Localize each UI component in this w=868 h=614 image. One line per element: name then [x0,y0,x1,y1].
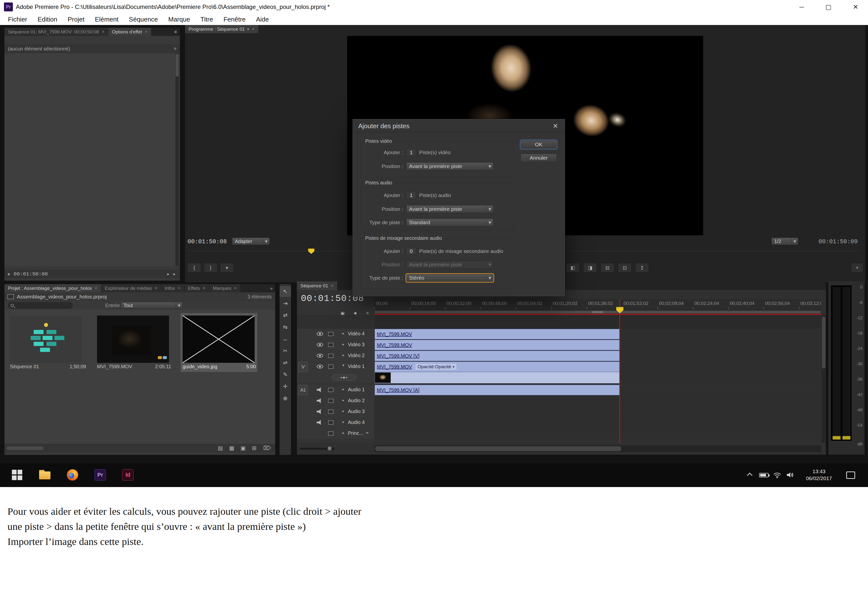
volume-icon[interactable] [786,471,794,478]
menu-edition[interactable]: Edition [37,16,57,23]
track-header-video3[interactable]: ▸ Vidéo 3 [297,340,374,350]
work-area-grip[interactable] [592,311,603,313]
cancel-button[interactable]: Annuler [521,154,557,162]
zoom-tool-icon[interactable]: ⊕ [280,393,291,404]
export-icon[interactable]: ↥ [636,263,649,273]
source-patch-video-badge[interactable]: V [298,361,308,372]
battery-icon[interactable] [759,473,769,478]
rolling-edit-tool-icon[interactable]: ⇆ [280,322,291,333]
dialog-close-icon[interactable]: ✕ [553,122,558,130]
automate-to-sequence-icon[interactable]: ▣ [240,445,246,451]
scrollbar-thumb[interactable] [375,446,621,451]
close-tab-icon[interactable]: ✕ [144,29,148,34]
timeline-ruler[interactable]: 00;00 00;00;16;00 00;00;32;00 00;00;48;0… [374,299,821,310]
fit-mode-dropdown[interactable]: Adapter ▾ [232,237,270,245]
panel-menu-icon[interactable]: ≡ [174,29,177,35]
tab-program-monitor[interactable]: Programme : Séquence 01 ▾ ✕ [185,25,259,33]
action-center-icon[interactable] [846,471,855,479]
audio-position-dropdown[interactable]: Avant la première piste ▾ [406,205,493,213]
video-position-dropdown[interactable]: Avant la première piste ▾ [406,162,493,170]
close-tab-icon[interactable]: ✕ [177,286,181,290]
project-item-label[interactable]: Séquence 01 1;50;09 [10,364,86,369]
scrollbar-thumb[interactable] [176,54,179,77]
track-header-video2[interactable]: ▸ Vidéo 2 [297,351,374,361]
clip-effect-dropdown[interactable]: Opacité:Opacité ▾ [415,364,456,370]
close-tab-icon[interactable]: ✕ [234,286,237,290]
menu-titre[interactable]: Titre [200,16,213,23]
track-lock-icon[interactable] [328,354,333,358]
track-lock-icon[interactable] [328,364,333,369]
toggle-track-mute-icon[interactable] [317,409,322,414]
zoom-slider-knob[interactable] [328,447,332,450]
menu-projet[interactable]: Projet [68,16,85,23]
hand-tool-icon[interactable]: ✛ [280,381,291,392]
export-frame-icon[interactable]: ⊟ [601,263,614,273]
close-tab-icon[interactable]: ✕ [101,29,105,34]
horizontal-scrollbar-thumb[interactable] [6,447,43,450]
chevron-right-icon[interactable]: ▸ [343,409,344,413]
playhead-line[interactable] [619,299,620,443]
toggle-track-mute-icon[interactable] [317,387,322,392]
new-bin-icon[interactable]: ⊞ [252,445,256,451]
transport-menu-icon[interactable]: ▾ [220,263,234,273]
ripple-edit-tool-icon[interactable]: ⇄ [280,310,291,321]
track-lock-icon[interactable] [328,409,333,414]
toggle-track-mute-icon[interactable] [317,398,322,403]
tab-info[interactable]: Infos ✕ [161,284,184,292]
play-icon[interactable]: ▸ [173,271,175,277]
keyframe-navigator[interactable]: ◂ ◆ ▸ [332,374,356,380]
chevron-right-icon[interactable]: ▸ [343,353,344,357]
timeline-vertical-scrollbar[interactable] [822,315,826,443]
tab-markers[interactable]: Marques ✕ [209,284,240,292]
video-count-field[interactable]: 1 [406,149,416,156]
track-lock-icon[interactable] [328,399,333,403]
razor-tool-icon[interactable]: ✂ [280,346,291,357]
tab-effects[interactable]: Effets ✕ [184,284,209,292]
rate-stretch-tool-icon[interactable]: ↔ [280,333,291,344]
close-tab-icon[interactable]: ✕ [252,27,255,31]
minimize-button[interactable]: ─ [795,2,809,12]
track-header-audio2[interactable]: ▸ Audio 2 [297,396,374,406]
track-header-video1[interactable]: ▾ Vidéo 1 ◂ ◆ ▸ [297,361,374,383]
lift-icon[interactable]: ◧ [566,263,580,273]
toggle-track-output-icon[interactable] [317,364,323,369]
menu-fichier[interactable]: Fichier [8,16,27,23]
chevron-right-icon[interactable]: ▸ [343,342,344,346]
menu-sequence[interactable]: Séquence [129,16,158,23]
menu-element[interactable]: Elément [95,16,118,23]
toggle-track-output-icon[interactable] [317,343,323,347]
tab-media-browser[interactable]: Explorateur de médias ✕ [101,284,161,292]
close-tab-icon[interactable]: ✕ [94,286,98,290]
marker-in-icon[interactable]: { [188,263,201,273]
pen-tool-icon[interactable]: ✎ [280,369,291,380]
project-item-thumbnail[interactable] [183,316,254,363]
ok-button[interactable]: OK [521,140,557,149]
submix-count-field[interactable]: 0 [406,248,416,255]
close-tab-icon[interactable]: ✕ [202,286,206,290]
compare-icon[interactable]: ⊡ [618,263,631,273]
timeline-clip-video1-filmstrip[interactable] [375,372,620,383]
close-tab-icon[interactable]: ✕ [154,286,158,290]
menu-fenetre[interactable]: Fenêtre [223,16,246,23]
icon-view-icon[interactable]: ▦ [229,445,234,451]
file-explorer-icon[interactable] [39,470,51,480]
timeline-clip-audio1[interactable]: MVI_7599.MOV [A] [375,385,620,395]
track-header-master[interactable]: ▸ Princ... ⇥ [297,428,374,439]
premiere-taskbar-icon[interactable]: Pr [95,469,106,481]
track-lane-master[interactable] [374,428,821,439]
chevron-right-icon[interactable]: ▸ [343,387,344,392]
playback-resolution-dropdown[interactable]: 1/2 ▾ [772,237,798,245]
track-header-video4[interactable]: ▸ Vidéo 4 [297,329,374,339]
clock[interactable]: 13:43 06/02/2017 [802,468,836,482]
wifi-icon[interactable] [773,471,781,478]
project-item-label[interactable]: guide_video.jpg 5:00 [183,364,256,369]
audio-type-dropdown[interactable]: Standard ▾ [406,219,493,226]
start-button[interactable] [12,470,22,480]
toggle-track-mute-icon[interactable] [317,420,322,425]
project-item-label[interactable]: MVI_7599.MOV 2:05:11 [97,364,171,369]
toggle-track-output-icon[interactable] [317,354,323,358]
chevron-right-icon[interactable]: ▸ [343,398,344,402]
list-view-icon[interactable]: ▤ [218,445,223,451]
selection-tool-icon[interactable]: ↖ [280,286,291,297]
marker-out-icon[interactable]: } [204,263,217,273]
